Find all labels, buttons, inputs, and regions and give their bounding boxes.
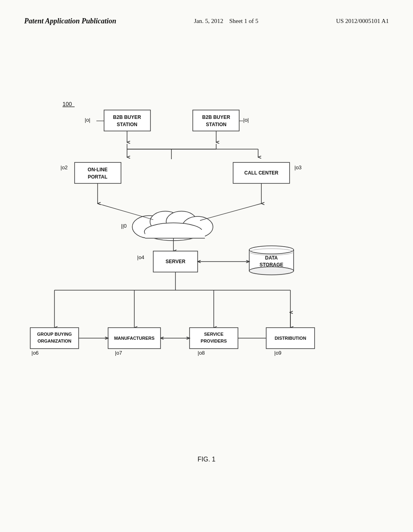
groupbuying-ref: |o6 — [31, 350, 39, 356]
header: Patent Application Publication Jan. 5, 2… — [0, 0, 413, 34]
svg-rect-15 — [145, 230, 205, 239]
b2b-buyer-2-label-line2: STATION — [206, 122, 227, 127]
callcenter-label: CALL CENTER — [244, 170, 279, 176]
diagram-svg: 100 B2B BUYER STATION |o| B2B BUYER STAT… — [0, 38, 413, 482]
manufacturers-label: MANUFACTURERS — [114, 336, 154, 341]
b2b-buyer-2-ref: |o| — [243, 117, 249, 123]
b2b-buyer-2-label-line1: B2B BUYER — [202, 114, 230, 120]
system-ref-label: 100 — [63, 101, 72, 107]
page: Patent Application Publication Jan. 5, 2… — [0, 0, 413, 532]
serviceproviders-label-line1: SERVICE — [204, 332, 223, 337]
b2b-buyer-1-label-line2: STATION — [117, 122, 138, 127]
header-date-sheet: Jan. 5, 2012 Sheet 1 of 5 — [194, 16, 259, 26]
portal-label-line2: PORTAL — [88, 174, 107, 180]
header-patent-number: US 2012/0005101 A1 — [336, 16, 389, 26]
portal-ref-label: |o2 — [60, 164, 68, 170]
distribution-ref: |o9 — [274, 350, 282, 356]
datastorage-label-line1: DATA — [265, 255, 278, 261]
datastorage-label-line2: STORAGE — [259, 262, 283, 268]
fig-label: FIG. 1 — [198, 456, 216, 463]
header-publication-label: Patent Application Publication — [24, 16, 116, 26]
datastorage-top — [249, 246, 294, 254]
server-ref-label: |o4 — [137, 254, 144, 260]
groupbuying-label-line2: ORGANIZATION — [38, 339, 71, 343]
portal-to-cloud — [98, 204, 153, 220]
b2b-buyer-1-ref: |o| — [85, 117, 90, 123]
server-label: SERVER — [165, 259, 185, 264]
online-portal-box — [75, 162, 121, 183]
distribution-label: DISTRIBUTION — [275, 336, 306, 341]
cloud-shape — [132, 211, 213, 241]
groupbuying-box — [30, 328, 79, 349]
manufacturers-ref: |o7 — [115, 350, 122, 356]
diagram-area: 100 B2B BUYER STATION |o| B2B BUYER STAT… — [0, 38, 413, 482]
b2b-buyer-2-box — [193, 110, 239, 131]
serviceproviders-ref: |o8 — [198, 350, 205, 356]
datastorage-bottom — [249, 267, 294, 275]
serviceproviders-label-line2: PROVIDERS — [201, 339, 227, 343]
cloud-ref-label: ||0 — [121, 223, 127, 229]
callcenter-ref-label: |o3 — [294, 164, 302, 170]
portal-label-line1: ON-LINE — [88, 167, 107, 172]
serviceproviders-box — [190, 328, 238, 349]
groupbuying-label-line1: GROUP BUYING — [37, 332, 72, 337]
b2b-buyer-1-label-line1: B2B BUYER — [113, 114, 141, 120]
callcenter-to-cloud — [200, 204, 261, 220]
b2b-buyer-1-box — [104, 110, 150, 131]
